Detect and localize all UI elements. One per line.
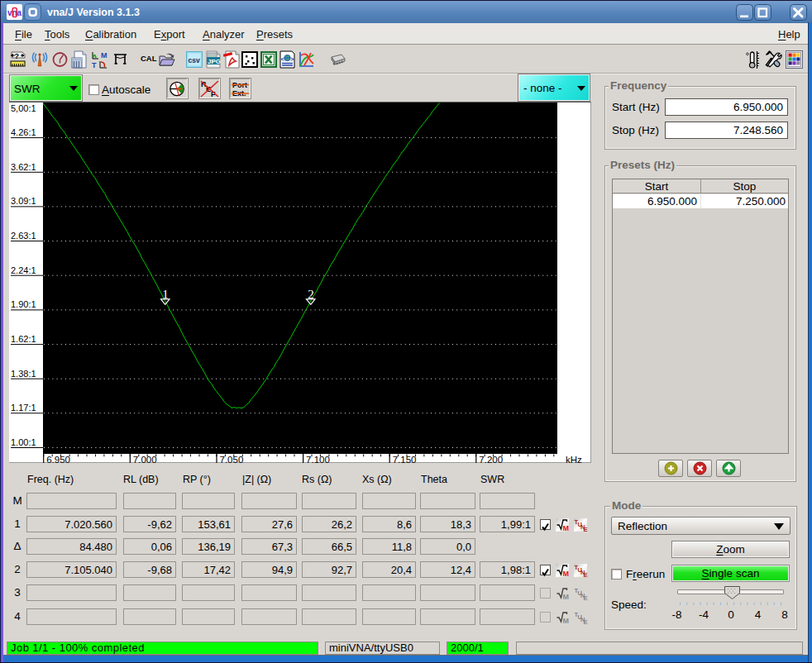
svg-text:kHz: kHz (566, 455, 582, 463)
svg-text:E: E (584, 571, 588, 579)
svg-text:7.100: 7.100 (306, 455, 330, 463)
svg-text:5,00:1: 5,00:1 (11, 103, 36, 113)
svg-text:a: a (17, 8, 22, 17)
svg-text:<: < (281, 55, 285, 63)
svg-text:E: E (584, 594, 588, 602)
svg-text:M: M (101, 51, 107, 60)
svg-text:E: E (584, 618, 588, 626)
svg-text:E: E (584, 526, 588, 533)
svg-text:M: M (563, 617, 570, 625)
svg-text:1.00:1: 1.00:1 (11, 437, 36, 447)
svg-text:M: M (563, 524, 570, 532)
svg-text:7.150: 7.150 (393, 455, 417, 463)
svg-text:>: > (290, 55, 294, 63)
svg-text:T: T (92, 61, 97, 69)
svg-text:3.09:1: 3.09:1 (11, 196, 36, 206)
svg-text:1.62:1: 1.62:1 (11, 334, 36, 344)
svg-text:JPG: JPG (208, 58, 221, 65)
svg-text:M: M (563, 570, 570, 578)
svg-text:2.24:1: 2.24:1 (11, 265, 36, 275)
svg-text:7.050: 7.050 (220, 455, 244, 463)
svg-text:M: M (563, 593, 570, 601)
svg-text:1.38:1: 1.38:1 (11, 369, 36, 379)
svg-text:1.17:1: 1.17:1 (11, 403, 36, 413)
svg-text:2.63:1: 2.63:1 (11, 231, 36, 241)
svg-text:1.90:1: 1.90:1 (11, 299, 36, 309)
svg-text:csv: csv (189, 56, 200, 64)
svg-text:6.950: 6.950 (46, 455, 70, 463)
svg-text:4.26:1: 4.26:1 (11, 127, 36, 137)
svg-text:?: ? (15, 52, 20, 60)
svg-text:7.000: 7.000 (133, 455, 157, 463)
svg-text:7.200: 7.200 (479, 455, 503, 463)
svg-text:3.62:1: 3.62:1 (11, 162, 36, 172)
